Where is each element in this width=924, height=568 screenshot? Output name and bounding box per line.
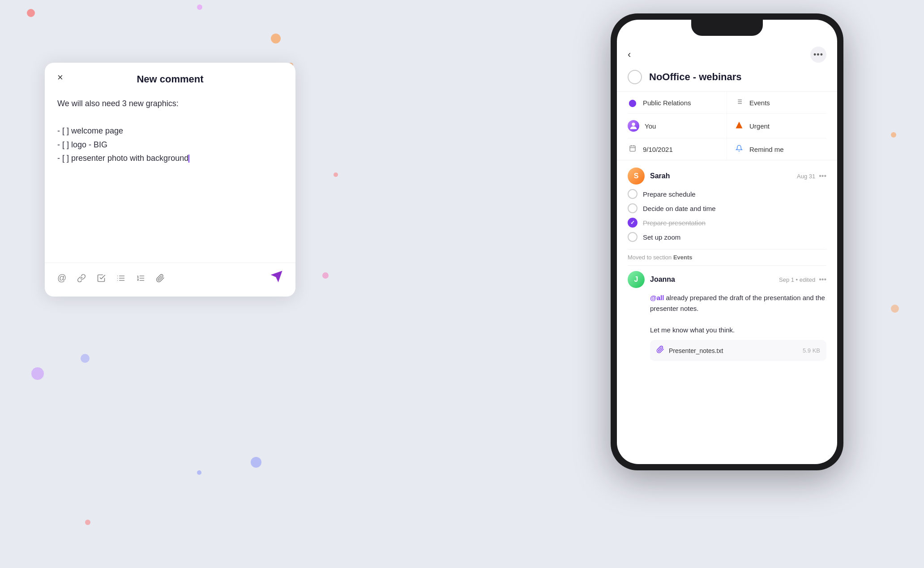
task-title: NoOffice - webinars — [649, 71, 742, 83]
task-complete-circle[interactable] — [628, 70, 642, 84]
deco-dot — [322, 272, 329, 279]
comment-sarah: S Sarah Aug 31 ••• Prepare schedule — [628, 168, 826, 242]
comment-modal: × New comment We will also need 3 new gr… — [45, 63, 295, 297]
comment-sarah-header: S Sarah Aug 31 ••• — [628, 168, 826, 185]
attachment-button[interactable] — [156, 274, 165, 283]
joanna-date: Sep 1 • edited — [779, 276, 815, 283]
task-header: NoOffice - webinars — [617, 68, 837, 91]
comment-sarah-meta: Sarah Aug 31 ••• — [650, 172, 826, 180]
date-label: 9/10/2021 — [643, 146, 673, 153]
section-label: Public Relations — [643, 99, 691, 107]
check-circle-4[interactable] — [628, 232, 637, 242]
check-label-4: Set up zoom — [643, 233, 680, 241]
modal-toolbar: @ — [45, 262, 295, 297]
phone-nav: ‹ ••• — [617, 43, 837, 68]
joanna-name: Joanna — [650, 275, 675, 284]
deco-dot — [197, 470, 201, 475]
deco-dot — [891, 305, 899, 313]
send-button[interactable] — [270, 270, 283, 286]
check-item-2[interactable]: Decide on date and time — [628, 203, 826, 213]
comment-line-2: - [ ] welcome page — [57, 124, 283, 138]
deco-dot — [271, 34, 281, 43]
section-name: Events — [673, 254, 693, 261]
check-item-1[interactable]: Prepare schedule — [628, 189, 826, 199]
deco-dot — [85, 520, 90, 525]
comment-joanna: J Joanna Sep 1 • edited ••• @all alrea — [628, 271, 826, 361]
modal-title: New comment — [137, 73, 203, 85]
meta-remind[interactable]: Remind me — [727, 138, 826, 160]
phone: ‹ ••• NoOffice - webinars ⬤ Public Relat… — [611, 13, 843, 470]
meta-section[interactable]: ⬤ Public Relations — [628, 92, 727, 114]
meta-date[interactable]: 9/10/2021 — [628, 138, 727, 160]
assignee-avatar — [628, 120, 639, 132]
link-button[interactable] — [77, 274, 86, 283]
deco-dot — [197, 4, 202, 10]
phone-shell: ‹ ••• NoOffice - webinars ⬤ Public Relat… — [611, 13, 843, 470]
mention-button[interactable]: @ — [57, 273, 66, 283]
checklist-button[interactable] — [97, 274, 106, 283]
priority-icon — [734, 121, 744, 131]
comment-line-4: - [ ] presenter photo with background — [57, 151, 283, 165]
meta-grid: ⬤ Public Relations Events You — [617, 91, 837, 160]
mention-all: @all — [650, 294, 664, 301]
sarah-more-button[interactable]: ••• — [819, 172, 826, 180]
comment-joanna-meta: Joanna Sep 1 • edited ••• — [650, 275, 826, 284]
date-icon — [628, 145, 637, 154]
comments-section: S Sarah Aug 31 ••• Prepare schedule — [617, 160, 837, 464]
joanna-comment-body: @all already prepared the draft of the p… — [628, 293, 826, 336]
attachment-filename: Presenter_notes.txt — [669, 347, 798, 354]
remind-label: Remind me — [749, 146, 784, 153]
check-label-3: Prepare presentation — [643, 219, 706, 227]
text-cursor — [188, 155, 189, 163]
section-icon: ⬤ — [628, 99, 637, 107]
modal-header: × New comment — [45, 63, 295, 92]
phone-screen: ‹ ••• NoOffice - webinars ⬤ Public Relat… — [617, 20, 837, 464]
joanna-text-2: Let me know what you think. — [650, 325, 826, 336]
back-button[interactable]: ‹ — [628, 49, 631, 60]
check-circle-2[interactable] — [628, 203, 637, 213]
sarah-checklist: Prepare schedule Decide on date and time… — [628, 189, 826, 242]
deco-dot — [334, 172, 338, 177]
phone-notch — [691, 20, 763, 36]
events-icon — [734, 98, 744, 107]
comment-line-3: - [ ] logo - BIG — [57, 138, 283, 152]
svg-point-15 — [632, 123, 635, 126]
joanna-avatar: J — [628, 271, 645, 288]
deco-dot — [81, 354, 90, 363]
joanna-text-1: @all already prepared the draft of the p… — [650, 293, 826, 314]
meta-events[interactable]: Events — [727, 92, 826, 114]
check-label-1: Prepare schedule — [643, 190, 696, 198]
more-button[interactable]: ••• — [810, 47, 826, 63]
modal-body: We will also need 3 new graphics: - [ ] … — [45, 92, 295, 262]
svg-rect-16 — [630, 146, 635, 151]
remind-icon — [734, 145, 744, 154]
section-moved-notice: Moved to section Events — [628, 249, 826, 266]
check-label-2: Decide on date and time — [643, 205, 716, 212]
joanna-avatar-img: J — [628, 271, 645, 288]
attachment-size: 5.9 KB — [803, 347, 820, 354]
sarah-name: Sarah — [650, 172, 670, 180]
check-item-4[interactable]: Set up zoom — [628, 232, 826, 242]
comment-joanna-header: J Joanna Sep 1 • edited ••• — [628, 271, 826, 288]
deco-dot — [31, 367, 44, 380]
comment-text-area[interactable]: We will also need 3 new graphics: - [ ] … — [57, 97, 283, 231]
check-circle-1[interactable] — [628, 189, 637, 199]
attachment[interactable]: Presenter_notes.txt 5.9 KB — [650, 340, 826, 361]
ordered-list-button[interactable] — [136, 274, 145, 283]
sarah-date: Aug 31 — [797, 173, 815, 180]
unordered-list-button[interactable] — [116, 274, 125, 283]
check-item-3[interactable]: Prepare presentation — [628, 218, 826, 228]
close-button[interactable]: × — [57, 73, 63, 82]
sarah-avatar-img: S — [628, 168, 645, 185]
joanna-more-button[interactable]: ••• — [819, 275, 826, 284]
deco-dot — [891, 132, 896, 138]
comment-line-1: We will also need 3 new graphics: — [57, 97, 283, 111]
events-label: Events — [749, 99, 770, 107]
sarah-avatar: S — [628, 168, 645, 185]
attachment-icon — [656, 345, 664, 356]
meta-priority[interactable]: Urgent — [727, 114, 826, 138]
check-circle-3[interactable] — [628, 218, 637, 228]
assignee-label: You — [645, 122, 656, 130]
deco-dot — [27, 9, 35, 17]
meta-assignee[interactable]: You — [628, 114, 727, 138]
